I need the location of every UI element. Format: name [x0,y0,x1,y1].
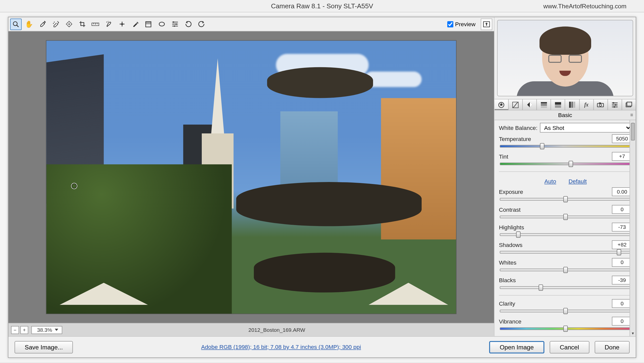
preferences-tool-icon[interactable] [169,18,181,30]
svg-point-15 [108,21,108,22]
default-link[interactable]: Default [569,178,587,185]
straighten-tool-icon[interactable] [90,18,101,30]
svg-point-25 [173,21,174,23]
rotate-ccw-tool-icon[interactable] [182,18,194,30]
tab-tone-curve[interactable] [509,99,523,110]
tab-presets[interactable] [608,99,622,110]
white-balance-label: White Balance: [499,124,537,131]
histogram-area [495,17,636,99]
exposure-value[interactable]: 0.00 [612,187,632,196]
tab-snapshots[interactable] [622,99,636,110]
preview-image [46,40,457,314]
svg-rect-37 [571,102,573,108]
blacks-slider[interactable]: Blacks-39 [499,276,632,292]
zoom-value: 38.3% [37,327,52,333]
tint-value[interactable]: +7 [612,152,632,161]
cancel-button[interactable]: Cancel [550,341,589,353]
radial-filter-tool-icon[interactable] [156,18,168,30]
redeye-tool-icon[interactable] [116,18,128,30]
panel-menu-icon[interactable]: ≡ [630,112,633,118]
preview-label: Preview [455,21,475,27]
auto-link[interactable]: Auto [544,178,556,185]
clarity-value[interactable]: 0 [612,299,632,308]
done-button[interactable]: Done [594,341,629,353]
tab-effects[interactable]: fx [580,99,594,110]
save-image-button[interactable]: Save Image... [15,341,73,353]
spot-removal-tool-icon[interactable] [103,18,114,30]
svg-rect-34 [555,102,561,105]
preview-checkbox[interactable]: Preview [447,21,475,27]
zoom-in-button[interactable]: + [20,326,28,334]
rotate-cw-tool-icon[interactable] [195,18,207,30]
presenter-video [497,20,633,96]
zoom-out-button[interactable]: − [11,326,19,334]
svg-rect-32 [541,104,547,105]
temperature-slider[interactable]: Temperature5050 [499,134,632,150]
svg-point-14 [106,22,107,23]
basic-panel: White Balance: As Shot Temperature5050 T… [495,120,636,336]
svg-rect-31 [541,102,547,103]
temperature-value[interactable]: 5050 [612,134,632,143]
chevron-down-icon [55,329,58,331]
highlights-value[interactable]: -73 [612,223,632,232]
crop-tool-icon[interactable] [76,18,88,30]
whites-slider[interactable]: Whites0 [499,258,632,274]
shadows-value[interactable]: +82 [612,240,632,249]
svg-rect-45 [613,102,614,103]
open-image-button[interactable]: Open Image [489,341,544,353]
preview-checkbox-input[interactable] [447,21,453,27]
zoom-tool-icon[interactable] [10,18,22,30]
vibrance-value[interactable]: 0 [612,317,632,325]
contrast-slider[interactable]: Contrast0 [499,205,632,221]
svg-rect-20 [146,21,151,24]
svg-rect-47 [614,106,615,107]
svg-line-1 [17,25,19,27]
vibrance-slider[interactable]: Vibrance0 [499,317,632,333]
scroll-thumb[interactable] [631,123,635,140]
white-balance-select[interactable]: As Shot [540,123,632,133]
svg-point-2 [54,22,55,23]
fullscreen-toggle-icon[interactable] [481,18,492,30]
exposure-slider[interactable]: Exposure0.00 [499,187,632,203]
filename-label: 2012_Boston_169.ARW [62,327,492,333]
whites-value[interactable]: 0 [612,258,632,267]
tint-slider[interactable]: Tint+7 [499,152,632,168]
tab-lens-corrections[interactable] [565,99,579,110]
scroll-down-icon[interactable]: ▼ [630,330,636,336]
svg-point-41 [599,104,602,106]
panel-scrollbar[interactable]: ▲ ▼ [630,120,636,336]
shadows-slider[interactable]: Shadows+82 [499,240,632,256]
auto-default-links: Auto Default [499,175,632,186]
svg-point-3 [53,23,54,24]
dialog-footer: Save Image... Adobe RGB (1998); 16 bit; … [8,336,636,357]
clarity-slider[interactable]: Clarity0 [499,299,632,315]
tab-camera-calibration[interactable] [594,99,608,110]
title-bar: Camera Raw 8.1 - Sony SLT-A55V www.TheAr… [0,0,644,12]
blacks-value[interactable]: -39 [612,276,632,284]
svg-point-21 [159,22,164,26]
svg-point-26 [175,23,177,25]
svg-rect-35 [555,105,561,108]
panel-tabs: fx [495,99,636,111]
eyedropper-tool-icon[interactable] [37,18,48,30]
tab-hsl[interactable] [537,99,551,110]
svg-rect-46 [615,104,616,105]
tab-split-toning[interactable] [551,99,565,110]
zoom-level-dropdown[interactable]: 38.3% [31,326,62,334]
toolbar: ✋ Preview [8,17,494,31]
svg-rect-33 [541,106,547,107]
tab-basic[interactable] [495,99,509,110]
hand-tool-icon[interactable]: ✋ [23,18,35,30]
graduated-filter-tool-icon[interactable] [143,18,154,30]
color-sampler-tool-icon[interactable] [50,18,61,30]
tab-detail[interactable] [523,99,537,110]
contrast-value[interactable]: 0 [612,205,632,214]
svg-rect-49 [627,102,632,106]
workflow-options-link[interactable]: Adobe RGB (1998); 16 bit; 7.08 by 4.7 in… [78,344,484,350]
svg-point-0 [13,21,17,25]
image-canvas[interactable] [8,31,494,323]
targeted-adjust-tool-icon[interactable] [63,18,75,30]
adjustment-brush-tool-icon[interactable] [129,18,141,30]
status-strip: − + 38.3% 2012_Boston_169.ARW [8,323,494,336]
highlights-slider[interactable]: Highlights-73 [499,223,632,239]
